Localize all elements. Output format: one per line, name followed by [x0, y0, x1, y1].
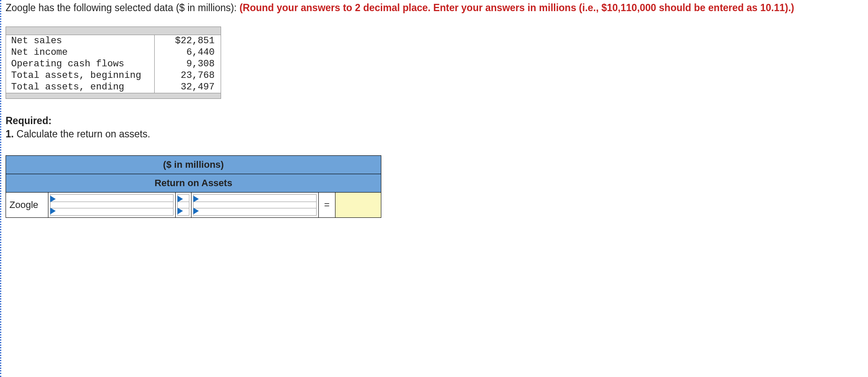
- answer-table: ($ in millions) Return on Assets Zoogle: [6, 155, 381, 218]
- required-section: Required: 1. Calculate the return on ass…: [6, 114, 868, 141]
- answer-header-title: Return on Assets: [6, 174, 381, 192]
- equals-sign: =: [319, 192, 335, 217]
- dropdown-arrow-icon[interactable]: [177, 208, 183, 214]
- required-item-1: 1. Calculate the return on assets.: [6, 128, 868, 141]
- table-row: Net income6,440: [6, 47, 221, 58]
- required-heading: Required:: [6, 114, 868, 128]
- denominator-input[interactable]: [192, 192, 319, 217]
- question-intro: Zoogle has the following selected data (…: [6, 0, 868, 15]
- data-rows: Net sales$22,851Net income6,440Operating…: [6, 35, 221, 93]
- numerator-input[interactable]: [48, 192, 176, 217]
- dropdown-arrow-icon[interactable]: [50, 208, 56, 214]
- table-row: Total assets, ending32,497: [6, 81, 221, 93]
- table-row: Operating cash flows9,308: [6, 58, 221, 70]
- data-value: 23,768: [155, 70, 221, 81]
- answer-row-label: Zoogle: [6, 192, 48, 217]
- dropdown-arrow-icon[interactable]: [193, 208, 199, 214]
- data-value: 32,497: [155, 81, 221, 93]
- intro-text: Zoogle has the following selected data (…: [6, 2, 239, 13]
- data-label: Net income: [6, 47, 155, 58]
- intro-instructions: (Round your answers to 2 decimal place. …: [239, 2, 794, 13]
- data-label: Total assets, ending: [6, 81, 155, 93]
- given-data-table: Net sales$22,851Net income6,440Operating…: [6, 27, 221, 99]
- answer-header-units: ($ in millions): [6, 155, 381, 174]
- table-row: Net sales$22,851: [6, 35, 221, 47]
- data-label: Total assets, beginning: [6, 70, 155, 81]
- data-value: 6,440: [155, 47, 221, 58]
- data-label: Net sales: [6, 35, 155, 47]
- operator-input[interactable]: [176, 192, 192, 217]
- result-cell[interactable]: [335, 192, 381, 217]
- data-value: $22,851: [155, 35, 221, 47]
- table-row: Total assets, beginning23,768: [6, 70, 221, 81]
- data-value: 9,308: [155, 58, 221, 70]
- data-label: Operating cash flows: [6, 58, 155, 70]
